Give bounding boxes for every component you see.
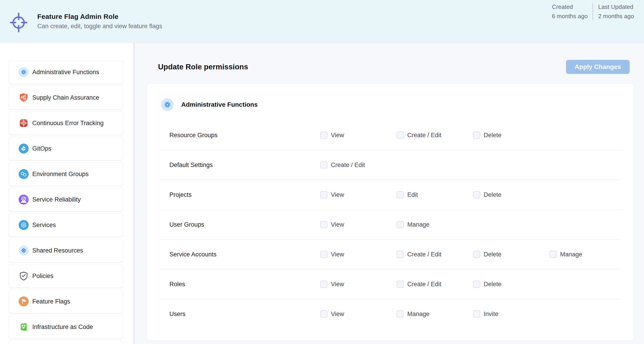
permission-label: View [331, 132, 344, 139]
permission-checkbox[interactable] [473, 280, 480, 288]
resource-label: Projects [170, 191, 320, 198]
permission-label: Delete [484, 132, 502, 139]
role-subtitle: Can create, edit, toggle and view featur… [37, 23, 162, 30]
services-icon [19, 220, 29, 230]
permission-option: View [320, 191, 396, 198]
sidebar-item-label: GitOps [32, 145, 52, 152]
iac-icon [19, 322, 29, 332]
permissions-card: Administrative Functions Resource Groups… [147, 84, 633, 340]
permission-label: Create / Edit [407, 132, 442, 139]
permission-checkbox[interactable] [320, 132, 328, 139]
permission-checkbox[interactable] [320, 191, 328, 198]
sidebar-item-label: Continuous Error Tracking [32, 120, 104, 127]
crosshair-target-icon [10, 9, 27, 34]
permission-group-sidebar: Administrative Functions Supply Chain As… [0, 43, 134, 344]
sidebar-item-supply-chain-assurance[interactable]: Supply Chain Assurance [9, 86, 123, 109]
sidebar-item-label: Service Reliability [32, 196, 81, 203]
sidebar-item-label: Shared Resources [32, 247, 83, 254]
page-title: Update Role permissions [158, 63, 248, 71]
permission-option: View [320, 310, 396, 318]
apply-changes-button[interactable]: Apply Changes [566, 60, 630, 74]
sidebar-item-shared-resources[interactable]: Shared Resources [9, 239, 123, 262]
permission-checkbox[interactable] [320, 310, 328, 318]
permission-option: Manage [550, 251, 633, 258]
supply-chain-shield-icon [19, 93, 29, 103]
permission-checkbox[interactable] [396, 251, 404, 258]
role-header: Feature Flag Admin Role Can create, edit… [0, 0, 644, 43]
permission-checkbox[interactable] [396, 132, 404, 139]
permission-option: Manage [396, 221, 473, 228]
sidebar-item-label: Services [32, 222, 56, 229]
permission-option: Create / Edit [396, 132, 473, 139]
error-target-icon [19, 118, 29, 128]
permission-option: Manage [396, 310, 473, 318]
feature-flag-icon [19, 296, 29, 306]
permission-label: Manage [560, 251, 582, 258]
gear-icon [161, 98, 174, 111]
sidebar-item-infrastructure-as-code[interactable]: Infrastructure as Code [9, 315, 123, 338]
permission-checkbox[interactable] [396, 280, 404, 288]
created-label: Created [552, 3, 588, 11]
sidebar-item-label: Policies [32, 272, 54, 280]
resource-label: Users [170, 310, 320, 318]
permission-option: Invite [473, 310, 550, 318]
permission-label: View [331, 221, 344, 228]
permission-checkbox[interactable] [320, 280, 328, 288]
permission-checkbox[interactable] [473, 310, 480, 318]
permission-checkbox[interactable] [396, 310, 404, 318]
permission-option: Delete [473, 191, 550, 198]
resource-label: Service Accounts [170, 251, 320, 258]
sidebar-item-feature-flags[interactable]: Feature Flags [9, 290, 123, 313]
permission-label: Create / Edit [407, 251, 442, 258]
permission-checkbox[interactable] [320, 251, 328, 258]
permission-row-roles: RolesViewCreate / EditDelete [147, 269, 633, 299]
sidebar-item-partial[interactable] [9, 341, 123, 344]
permission-row-default-settings: Default SettingsCreate / Edit [147, 150, 633, 180]
permission-option: View [320, 132, 396, 139]
permission-checkbox[interactable] [320, 221, 328, 228]
role-title: Feature Flag Admin Role [37, 13, 162, 21]
permission-checkbox[interactable] [396, 221, 404, 228]
created-info: Created 6 months ago [552, 3, 588, 20]
permission-checkbox[interactable] [473, 251, 480, 258]
created-value: 6 months ago [552, 13, 588, 20]
gear-icon [19, 67, 29, 77]
permission-checkbox[interactable] [473, 191, 480, 198]
shared-resources-icon [19, 245, 29, 255]
permission-label: Manage [407, 310, 430, 318]
meta-divider [592, 3, 593, 20]
sidebar-item-gitops[interactable]: GitOps [9, 137, 123, 160]
role-meta: Created 6 months ago Last Updated 2 mont… [552, 0, 644, 20]
sidebar-item-continuous-error-tracking[interactable]: Continuous Error Tracking [9, 112, 123, 135]
permission-row-projects: ProjectsViewEditDelete [147, 180, 633, 210]
permission-checkbox[interactable] [396, 191, 404, 198]
permission-label: Edit [407, 191, 418, 198]
permission-option: Delete [473, 251, 550, 258]
sidebar-item-label: Infrastructure as Code [32, 323, 93, 330]
permission-option: Edit [396, 191, 473, 198]
permission-option: View [320, 221, 396, 228]
sidebar-item-label: Supply Chain Assurance [32, 94, 99, 101]
permission-checkbox[interactable] [320, 161, 328, 169]
permissions-rows: Resource GroupsViewCreate / EditDeleteDe… [147, 120, 633, 329]
permission-label: Invite [484, 310, 498, 318]
permission-label: View [331, 310, 344, 318]
permission-checkbox[interactable] [550, 251, 557, 258]
permission-option: Create / Edit [320, 161, 396, 169]
sidebar-item-service-reliability[interactable]: Service Reliability [9, 188, 123, 211]
sidebar-list: Administrative Functions Supply Chain As… [9, 61, 134, 338]
permission-label: Create / Edit [407, 281, 442, 288]
sidebar-item-environment-groups[interactable]: Environment Groups [9, 162, 123, 186]
sidebar-item-services[interactable]: Services [9, 213, 123, 237]
sidebar-item-label: Environment Groups [32, 171, 89, 178]
permission-option: View [320, 251, 396, 258]
permission-checkbox[interactable] [473, 132, 480, 139]
policies-shield-icon [19, 271, 29, 281]
service-reliability-icon [19, 195, 29, 205]
sidebar-item-administrative-functions[interactable]: Administrative Functions [9, 61, 123, 84]
permission-row-user-groups: User GroupsViewManage [147, 210, 633, 239]
permission-option: Create / Edit [396, 251, 473, 258]
sidebar-item-policies[interactable]: Policies [9, 264, 123, 287]
permission-option: Delete [473, 280, 550, 288]
permission-label: Manage [407, 221, 430, 228]
